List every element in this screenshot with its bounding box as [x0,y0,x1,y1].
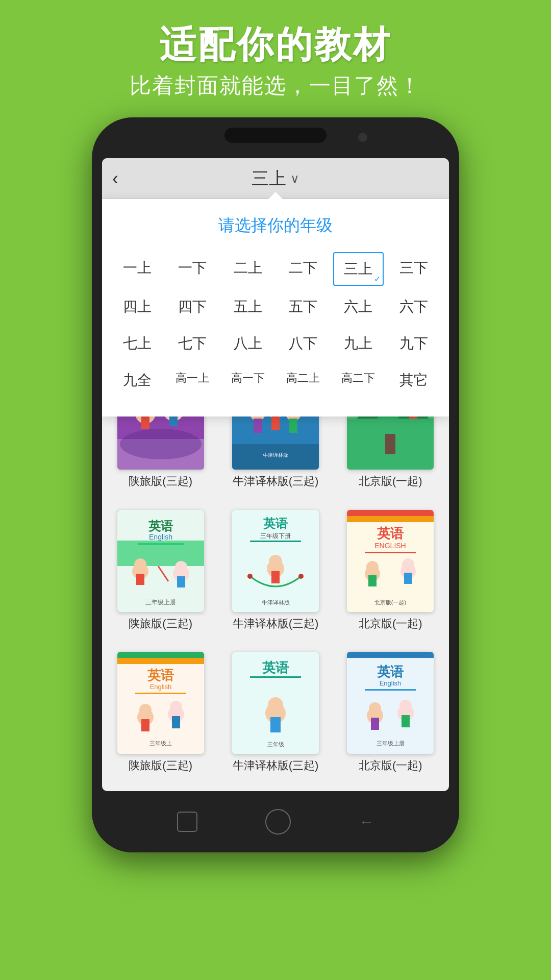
grade-option[interactable]: 七上 [112,328,162,359]
grade-option[interactable]: 一下 [167,252,217,286]
svg-point-51 [269,555,282,568]
svg-rect-93 [365,689,416,691]
grade-option[interactable]: 四下 [167,291,217,323]
svg-text:英语: 英语 [377,526,404,541]
grade-option[interactable]: 二下 [278,252,328,286]
grade-option[interactable]: 二上 [223,252,273,286]
svg-text:三年级上: 三年级上 [149,740,172,746]
grade-option[interactable]: 高一下 [223,364,273,396]
phone-nav-bar: ← [92,791,459,852]
svg-rect-37 [138,543,184,545]
list-item[interactable]: 英语 ENGLISH 北京版(一起) 北京版(一起) [337,510,444,644]
phone-camera [358,133,367,142]
svg-rect-64 [368,575,377,586]
book-label: 北京版(一起) [359,616,422,631]
svg-rect-14 [254,419,262,433]
grade-option[interactable]: 八上 [223,328,273,359]
nav-home-button[interactable] [265,809,291,835]
grade-option[interactable]: 其它 [389,364,439,396]
svg-rect-71 [117,658,204,664]
svg-rect-57 [347,510,434,516]
svg-point-76 [139,704,152,716]
svg-text:三年级下册: 三年级下册 [260,532,291,540]
grade-option[interactable]: 九上 [333,328,383,359]
selected-grade-label: 三上 [252,167,286,190]
nav-recent-button[interactable] [177,812,197,832]
book-cover: 英语 English 三年级上册 [347,652,434,754]
book-label: 牛津译林版(三起) [233,616,319,631]
svg-text:三年级: 三年级 [267,741,284,747]
svg-text:英语: 英语 [263,517,288,530]
svg-rect-67 [404,573,412,584]
grade-option[interactable]: 三上 [333,252,383,286]
svg-text:ENGLISH: ENGLISH [375,542,406,550]
book-label: 陕旅版(三起) [129,616,192,631]
book-label: 陕旅版(三起) [129,758,192,773]
list-item[interactable]: 英语 English 三年级上册 北京版(一起) [337,652,444,786]
svg-rect-99 [402,715,410,727]
svg-rect-43 [177,576,185,587]
svg-rect-84 [250,676,301,678]
svg-point-54 [298,574,304,579]
svg-point-66 [402,558,414,571]
grade-option[interactable]: 五下 [278,291,328,323]
phone-frame: ‹ 三上 ∨ 请选择你的年级 一上一下二上二下三上三下四上四下五上五下六上六下七… [92,117,459,852]
book-cover: 英语 English 三年级上册 [117,510,204,612]
book-cover: 英语 三年级 [232,652,319,754]
page-subtitle: 比着封面就能选，一目了然！ [0,71,551,100]
nav-back-button[interactable]: ← [359,813,374,830]
svg-text:三年级上册: 三年级上册 [377,740,405,746]
grade-option[interactable]: 三下 [389,252,439,286]
grade-option[interactable]: 五上 [223,291,273,323]
grade-option[interactable]: 七下 [167,328,217,359]
svg-text:English: English [149,683,171,691]
grade-option[interactable]: 九全 [112,364,162,396]
svg-text:English: English [149,533,172,541]
grade-option[interactable]: 六下 [389,291,439,323]
grade-option[interactable]: 八下 [278,328,328,359]
dropdown-arrow-icon: ∨ [290,172,299,186]
svg-rect-69 [117,652,204,754]
svg-rect-5 [141,416,149,429]
grade-option[interactable]: 高二上 [278,364,328,396]
list-item[interactable]: 英语 三年级下册 牛津译林版 牛津译林版(三起) [222,510,329,644]
svg-point-79 [170,701,182,713]
grade-option[interactable]: 九下 [389,328,439,359]
grade-option[interactable]: 高一上 [167,364,217,396]
phone-speaker [224,128,327,143]
svg-rect-40 [136,574,144,585]
book-label: 陕旅版(三起) [129,474,192,489]
app-bar-title[interactable]: 三上 ∨ [252,167,299,190]
back-button[interactable]: ‹ [112,168,118,189]
grade-option[interactable]: 六上 [333,291,383,323]
svg-rect-74 [135,693,186,694]
svg-rect-87 [270,717,281,732]
grade-option[interactable]: 一上 [112,252,162,286]
book-cover: 英语 ENGLISH 北京版(一起) [347,510,434,612]
svg-rect-96 [371,718,379,730]
svg-point-98 [399,700,412,712]
svg-point-39 [134,558,146,571]
svg-text:英语: 英语 [147,668,174,683]
book-label: 北京版(一起) [359,474,422,489]
grade-option[interactable]: 高二下 [333,364,383,396]
book-label: 牛津译林版(三起) [233,758,319,773]
svg-rect-18 [289,419,297,433]
book-label: 牛津译林版(三起) [233,474,319,489]
svg-rect-58 [347,516,434,522]
svg-rect-90 [347,652,434,658]
svg-point-95 [369,702,381,715]
grade-selector-prompt: 请选择你的年级 [112,214,439,237]
page-title: 适配你的教材 [0,20,551,69]
grade-option[interactable]: 四上 [112,291,162,323]
list-item[interactable]: 英语 三年级 牛津译林版(三起) [222,652,329,786]
svg-rect-49 [250,541,301,542]
svg-text:北京版(一起): 北京版(一起) [374,599,406,605]
svg-text:牛津译林版: 牛津译林版 [263,452,288,458]
svg-rect-16 [271,416,280,430]
svg-point-42 [175,561,187,573]
book-cover: 英语 English 三年级上 [117,652,204,754]
list-item[interactable]: 英语 English 三年级上 陕旅版(三起) [107,652,214,786]
list-item[interactable]: 英语 English 三年级上册 陕旅版(三起) [107,510,214,644]
svg-rect-52 [271,571,280,583]
